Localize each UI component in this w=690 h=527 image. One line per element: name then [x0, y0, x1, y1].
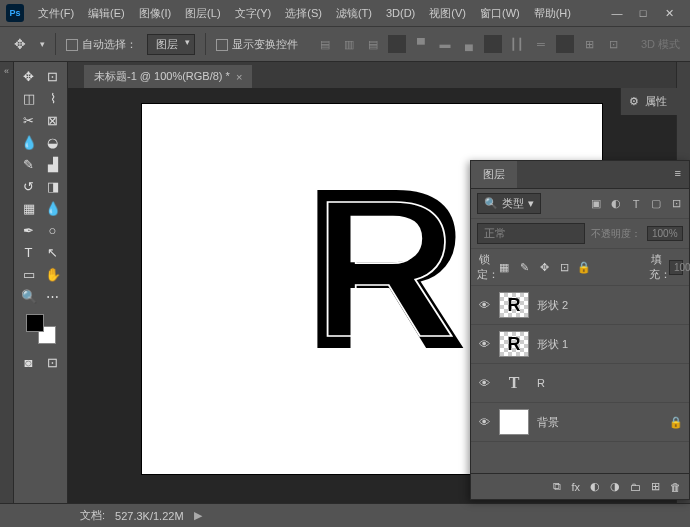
menu-select[interactable]: 选择(S) [279, 3, 328, 24]
filter-pixel-icon[interactable]: ▣ [589, 197, 603, 211]
menu-type[interactable]: 文字(Y) [229, 3, 278, 24]
filter-shape-icon[interactable]: ▢ [649, 197, 663, 211]
filter-adjust-icon[interactable]: ◐ [609, 197, 623, 211]
color-swatches[interactable] [26, 314, 56, 344]
menu-help[interactable]: 帮助(H) [528, 3, 577, 24]
brush-tool[interactable]: ✎ [18, 154, 40, 174]
delete-layer-icon[interactable]: 🗑 [670, 481, 681, 493]
align-bottom-icon[interactable]: ▄ [460, 35, 478, 53]
layer-filter-dropdown[interactable]: 🔍 类型 ▾ [477, 193, 541, 214]
panel-menu-icon[interactable]: ≡ [667, 161, 689, 188]
visibility-toggle[interactable]: 👁 [477, 299, 491, 311]
layer-name[interactable]: 形状 2 [537, 298, 683, 313]
distribute-v-icon[interactable]: ═ [532, 35, 550, 53]
document-tab[interactable]: 未标题-1 @ 100%(RGB/8) * × [84, 65, 252, 88]
menu-view[interactable]: 视图(V) [423, 3, 472, 24]
layers-tab[interactable]: 图层 [471, 161, 517, 188]
dodge-tool[interactable]: ○ [42, 220, 64, 240]
fill-value[interactable]: 100% [669, 260, 683, 275]
lock-pixels-icon[interactable]: ✎ [517, 261, 531, 274]
clone-tool[interactable]: ▟ [42, 154, 64, 174]
layer-item[interactable]: 👁 T R [471, 364, 689, 403]
properties-title[interactable]: 属性 [645, 94, 667, 109]
move-tool[interactable]: ✥ [18, 66, 40, 86]
menu-layer[interactable]: 图层(L) [179, 3, 226, 24]
layer-name[interactable]: 形状 1 [537, 337, 683, 352]
adjustment-layer-icon[interactable]: ◑ [610, 480, 620, 493]
layer-thumb[interactable]: R [499, 331, 529, 357]
menu-window[interactable]: 窗口(W) [474, 3, 526, 24]
menu-3d[interactable]: 3D(D) [380, 4, 421, 22]
maximize-button[interactable]: □ [636, 6, 650, 20]
doc-info-menu-icon[interactable]: ▶ [194, 509, 202, 522]
visibility-toggle[interactable]: 👁 [477, 416, 491, 428]
lock-artboard-icon[interactable]: ⊡ [557, 261, 571, 274]
align-center-h-icon[interactable]: ▥ [340, 35, 358, 53]
show-transform-option[interactable]: 显示变换控件 [216, 37, 298, 52]
marquee-tool[interactable]: ◫ [18, 88, 40, 108]
tab-close-icon[interactable]: × [236, 71, 242, 83]
artboard-tool[interactable]: ⊡ [42, 66, 64, 86]
menu-filter[interactable]: 滤镜(T) [330, 3, 378, 24]
link-layers-icon[interactable]: ⧉ [553, 480, 561, 493]
crop-tool[interactable]: ✂ [18, 110, 40, 130]
auto-select-dropdown[interactable]: 图层 [147, 34, 195, 55]
layer-item[interactable]: 👁 R 形状 1 [471, 325, 689, 364]
shape-tool[interactable]: ▭ [18, 264, 40, 284]
eyedropper-tool[interactable]: 💧 [18, 132, 40, 152]
doc-info-value[interactable]: 527.3K/1.22M [115, 510, 184, 522]
align-top-icon[interactable]: ▀ [412, 35, 430, 53]
lock-position-icon[interactable]: ✥ [537, 261, 551, 274]
layer-name[interactable]: R [537, 377, 683, 389]
screen-mode-tool[interactable]: ⊡ [42, 352, 64, 372]
new-layer-icon[interactable]: ⊞ [651, 480, 660, 493]
layer-item[interactable]: 👁 R 形状 2 [471, 286, 689, 325]
lasso-tool[interactable]: ⌇ [42, 88, 64, 108]
layer-name[interactable]: 背景 [537, 415, 661, 430]
frame-tool[interactable]: ⊠ [42, 110, 64, 130]
left-collapse-strip[interactable]: « [0, 62, 14, 503]
layer-item[interactable]: 👁 背景 🔒 [471, 403, 689, 442]
align-center-v-icon[interactable]: ▬ [436, 35, 454, 53]
menu-edit[interactable]: 编辑(E) [82, 3, 131, 24]
new-group-icon[interactable]: 🗀 [630, 481, 641, 493]
menu-image[interactable]: 图像(I) [133, 3, 177, 24]
align-to-icon[interactable]: ⊡ [604, 35, 622, 53]
minimize-button[interactable]: ― [610, 6, 624, 20]
opacity-value[interactable]: 100% [647, 226, 683, 241]
layer-thumb[interactable] [499, 409, 529, 435]
type-tool[interactable]: T [18, 242, 40, 262]
visibility-toggle[interactable]: 👁 [477, 338, 491, 350]
history-brush-tool[interactable]: ↺ [18, 176, 40, 196]
close-button[interactable]: ✕ [662, 6, 676, 20]
menubar: Ps 文件(F) 编辑(E) 图像(I) 图层(L) 文字(Y) 选择(S) 滤… [0, 0, 690, 26]
menu-file[interactable]: 文件(F) [32, 3, 80, 24]
filter-smart-icon[interactable]: ⊡ [669, 197, 683, 211]
align-right-icon[interactable]: ▤ [364, 35, 382, 53]
filter-type-icon[interactable]: T [629, 197, 643, 211]
foreground-swatch[interactable] [26, 314, 44, 332]
layer-mask-icon[interactable]: ◐ [590, 480, 600, 493]
layer-style-icon[interactable]: fx [571, 481, 580, 493]
layer-thumb[interactable]: R [499, 292, 529, 318]
quick-mask-tool[interactable]: ◙ [18, 352, 40, 372]
lock-transparency-icon[interactable]: ▦ [497, 261, 511, 274]
blend-mode-dropdown[interactable]: 正常 [477, 223, 585, 244]
blur-tool[interactable]: 💧 [42, 198, 64, 218]
tool-preset-dropdown-icon[interactable]: ▾ [40, 39, 45, 49]
eraser-tool[interactable]: ◨ [42, 176, 64, 196]
distribute-h-icon[interactable]: ┃┃ [508, 35, 526, 53]
hand-tool[interactable]: ✋ [42, 264, 64, 284]
align-left-icon[interactable]: ▤ [316, 35, 334, 53]
patch-tool[interactable]: ◒ [42, 132, 64, 152]
zoom-tool[interactable]: 🔍 [18, 286, 40, 306]
path-select-tool[interactable]: ↖ [42, 242, 64, 262]
auto-select-option[interactable]: 自动选择： [66, 37, 137, 52]
pen-tool[interactable]: ✒ [18, 220, 40, 240]
edit-toolbar[interactable]: ⋯ [42, 286, 64, 306]
lock-all-icon[interactable]: 🔒 [577, 261, 591, 274]
distribute-spacing-icon[interactable]: ⊞ [580, 35, 598, 53]
gradient-tool[interactable]: ▦ [18, 198, 40, 218]
visibility-toggle[interactable]: 👁 [477, 377, 491, 389]
layer-thumb[interactable]: T [499, 370, 529, 396]
